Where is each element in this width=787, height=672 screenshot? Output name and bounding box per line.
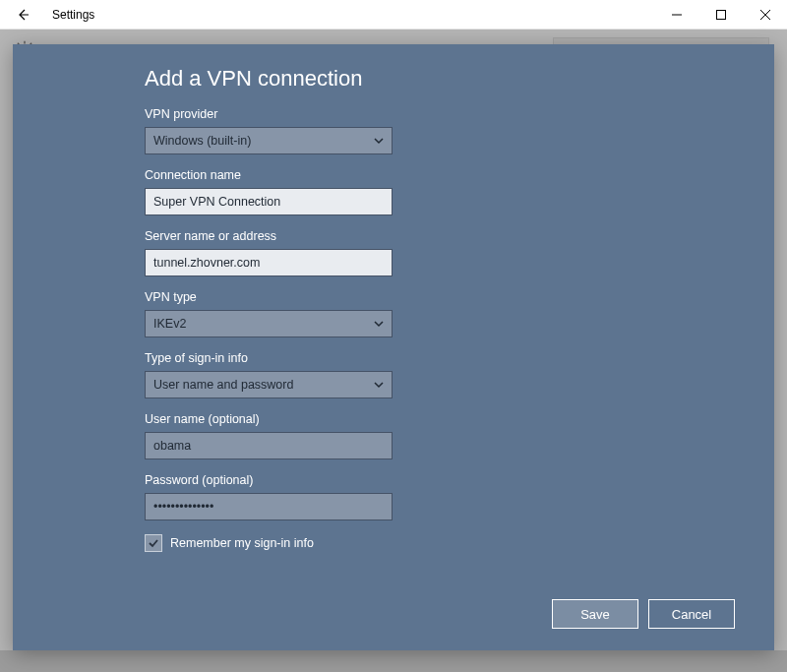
save-button-label: Save [580,607,610,622]
cancel-button-label: Cancel [672,607,711,622]
remember-label: Remember my sign-in info [170,536,314,550]
vpn-provider-label: VPN provider [145,107,735,121]
vpn-provider-value: Windows (built-in) [153,134,251,148]
arrow-left-icon [15,7,30,23]
server-input[interactable] [145,249,393,276]
chevron-down-icon [374,319,384,329]
close-icon [760,10,770,20]
signin-type-select[interactable]: User name and password [145,371,393,398]
remember-checkbox[interactable] [145,534,162,552]
username-input[interactable] [145,432,393,459]
cancel-button[interactable]: Cancel [648,599,735,629]
checkmark-icon [148,537,159,549]
signin-type-label: Type of sign-in info [145,351,735,365]
server-label: Server name or address [145,229,735,243]
maximize-button[interactable] [698,0,743,30]
username-label: User name (optional) [145,412,735,426]
signin-type-value: User name and password [153,378,293,392]
dialog-button-row: Save Cancel [552,599,735,629]
titlebar: Settings [0,0,787,30]
vpn-type-select[interactable]: IKEv2 [145,310,393,337]
chevron-down-icon [374,136,384,146]
connection-name-input[interactable] [145,188,393,215]
svg-rect-1 [716,11,725,20]
password-input[interactable] [145,493,393,520]
chevron-down-icon [374,380,384,390]
minimize-button[interactable] [654,0,698,30]
window-controls [654,0,787,30]
add-vpn-dialog: Add a VPN connection VPN provider Window… [13,44,774,650]
vpn-type-value: IKEv2 [153,317,186,331]
dialog-title: Add a VPN connection [145,66,735,92]
back-button[interactable] [8,0,37,30]
password-label: Password (optional) [145,473,735,487]
vpn-provider-select[interactable]: Windows (built-in) [145,127,393,154]
connection-name-label: Connection name [145,168,735,182]
window-title: Settings [52,8,94,22]
remember-checkbox-row[interactable]: Remember my sign-in info [145,534,735,552]
vpn-type-label: VPN type [145,290,735,304]
close-button[interactable] [743,0,787,30]
minimize-icon [672,10,682,20]
maximize-icon [716,10,726,20]
save-button[interactable]: Save [552,599,638,629]
